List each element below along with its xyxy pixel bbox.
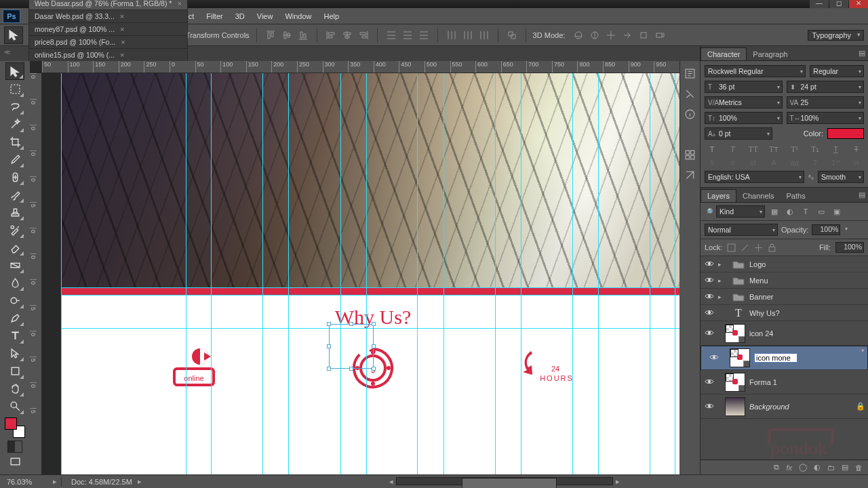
layer-row[interactable]: icon 24 — [701, 321, 868, 346]
transform-handle[interactable] — [327, 344, 331, 348]
disclosure-icon[interactable]: ▸ — [718, 293, 728, 300]
doc-size[interactable]: Doc: 4.58M/22.5M — [66, 478, 138, 486]
guide-vertical[interactable] — [262, 73, 263, 474]
filter-pixel-icon[interactable]: ▦ — [768, 206, 781, 217]
visibility-toggle-icon[interactable] — [701, 329, 718, 338]
tab-scroll-left-icon[interactable]: ≪ — [4, 49, 10, 56]
layer-name[interactable]: Menu — [749, 277, 868, 285]
marquee-tool[interactable] — [5, 80, 24, 98]
dodge-tool[interactable] — [5, 291, 24, 309]
workspace-switcher-dropdown[interactable]: Typography — [808, 30, 864, 41]
document-tab[interactable]: online15.psd @ 100% (...× — [28, 48, 188, 61]
layer-thumbnail[interactable] — [725, 373, 745, 392]
transform-handle[interactable] — [327, 367, 331, 371]
menu-view[interactable]: View — [251, 11, 279, 22]
layer-name[interactable]: Banner — [749, 293, 868, 301]
guide-vertical[interactable] — [443, 73, 444, 474]
history-brush-tool[interactable] — [5, 221, 24, 239]
zoom-level[interactable]: 76.03% — [0, 478, 53, 486]
healing-tool[interactable] — [5, 168, 24, 186]
layer-rename-input[interactable] — [754, 353, 797, 363]
type-tool[interactable] — [5, 327, 24, 344]
baseline-field[interactable]: Aₐ0 pt — [705, 127, 772, 140]
align-top-icon[interactable] — [264, 28, 277, 42]
pen-tool[interactable] — [5, 309, 24, 327]
kerning-field[interactable]: V/AMetrics — [705, 96, 783, 108]
window-maximize-button[interactable]: ◻ — [829, 0, 848, 8]
tracking-field[interactable]: VA25 — [787, 96, 865, 108]
close-tab-icon[interactable]: × — [177, 0, 181, 7]
blur-tool[interactable] — [5, 274, 24, 291]
swatches-panel-icon[interactable] — [684, 148, 697, 161]
shape-tool[interactable] — [5, 362, 24, 380]
brush-tool[interactable] — [5, 186, 24, 203]
layer-list[interactable]: ▸Logo▸Menu▸BannerTWhy Us?icon 24Forma 1B… — [701, 256, 868, 460]
history-panel-icon[interactable] — [684, 66, 697, 80]
panel-menu-icon[interactable]: ▤ — [859, 190, 865, 199]
visibility-toggle-icon[interactable] — [701, 403, 718, 411]
transform-handle[interactable] — [372, 344, 376, 348]
move-tool[interactable] — [5, 62, 24, 80]
align-vcenter-icon[interactable] — [280, 28, 294, 42]
ot-fi[interactable]: fi — [705, 159, 719, 167]
crop-tool[interactable] — [5, 133, 24, 150]
distribute-bottom-icon[interactable] — [417, 28, 431, 42]
scale-3d-icon[interactable] — [637, 28, 650, 42]
scrollbar-thumb[interactable] — [462, 478, 557, 488]
arrange-icon[interactable] — [505, 28, 519, 42]
document-tab[interactable]: money87.psd @ 100% ...× — [28, 22, 188, 35]
font-size-field[interactable]: T36 pt — [705, 81, 783, 93]
document-tab[interactable]: price8.psd @ 100% (Fo...× — [28, 35, 188, 48]
ot-half[interactable]: ½ — [849, 159, 864, 167]
ruler-vertical[interactable]: 00000500050505 — [30, 73, 42, 474]
document-viewport[interactable]: Why Us? online $ 24HOURS — [42, 73, 679, 474]
hscale-field[interactable]: T↔100% — [787, 112, 865, 124]
guide-vertical[interactable] — [650, 73, 650, 474]
layer-row[interactable]: ▸Logo — [701, 256, 868, 272]
document-tab[interactable]: Web Dasar.psd @ 76% (Forma 1, RGB/8) *× — [28, 0, 188, 9]
horizontal-scrollbar[interactable]: ◂▸ — [142, 477, 868, 486]
styles-panel-icon[interactable] — [684, 168, 697, 182]
stamp-tool[interactable] — [5, 203, 24, 221]
visibility-toggle-icon[interactable] — [705, 354, 723, 362]
zoom-menu-icon[interactable]: ▸ — [53, 477, 57, 486]
layer-thumbnail[interactable] — [725, 324, 745, 343]
close-tab-icon[interactable]: × — [121, 38, 125, 46]
filter-smart-icon[interactable]: ▣ — [831, 206, 843, 217]
vscale-field[interactable]: T↕100% — [705, 112, 783, 124]
text-color-swatch[interactable] — [827, 128, 864, 139]
new-layer-icon[interactable]: ▤ — [842, 463, 848, 472]
adjustment-layer-icon[interactable]: ◐ — [814, 463, 821, 472]
smallcaps-toggle[interactable]: Tᴛ — [766, 143, 781, 155]
italic-toggle[interactable]: T — [725, 143, 740, 155]
eyedropper-tool[interactable] — [5, 150, 24, 168]
font-style-dropdown[interactable]: Regular — [810, 65, 864, 77]
superscript-toggle[interactable]: T¹ — [787, 143, 802, 155]
layer-row[interactable] — [701, 346, 868, 370]
layer-name[interactable]: Forma 1 — [749, 378, 868, 386]
menu-help[interactable]: Help — [318, 11, 346, 22]
tab-paths[interactable]: Paths — [781, 190, 812, 202]
bold-toggle[interactable]: T — [705, 143, 719, 155]
opacity-field[interactable]: 100% — [812, 224, 840, 235]
guide-vertical[interactable] — [288, 73, 289, 474]
distribute-right-icon[interactable] — [477, 28, 491, 42]
distribute-hcenter-icon[interactable] — [461, 28, 475, 42]
window-close-button[interactable]: ✕ — [849, 0, 868, 8]
close-tab-icon[interactable]: × — [120, 12, 124, 20]
ot-t1[interactable]: T — [808, 159, 823, 167]
guide-vertical[interactable] — [598, 73, 599, 474]
blend-mode-dropdown[interactable]: Normal — [705, 224, 778, 236]
lock-position-icon[interactable] — [754, 243, 763, 252]
transform-handle[interactable] — [349, 367, 353, 371]
menu-3d[interactable]: 3D — [229, 11, 251, 22]
visibility-toggle-icon[interactable] — [701, 277, 718, 285]
layer-thumbnail[interactable] — [730, 348, 750, 367]
guide-horizontal[interactable] — [61, 295, 679, 296]
layer-name[interactable]: Logo — [749, 260, 868, 268]
guide-vertical[interactable] — [61, 73, 62, 474]
camera-3d-icon[interactable] — [653, 28, 667, 42]
ot-a[interactable]: A — [766, 159, 781, 167]
orbit-3d-icon[interactable] — [572, 28, 585, 42]
disclosure-icon[interactable]: ▸ — [718, 261, 728, 268]
